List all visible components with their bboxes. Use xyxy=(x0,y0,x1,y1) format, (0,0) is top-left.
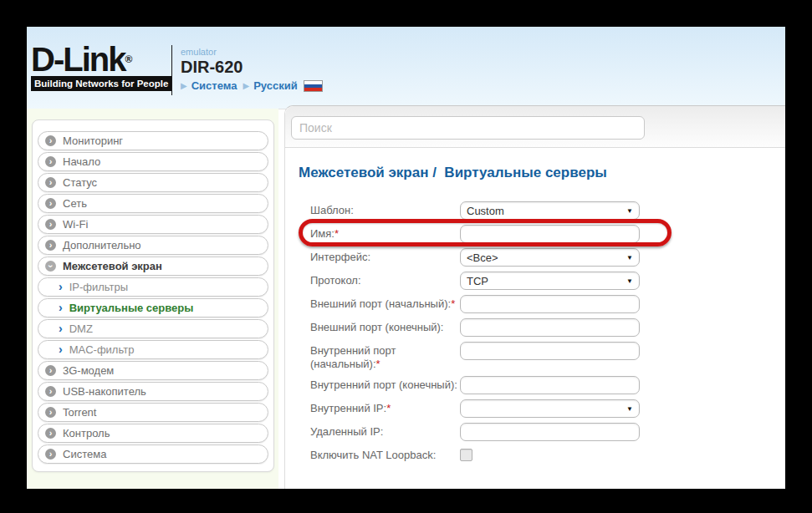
header: D-Link® Building Networks for People emu… xyxy=(27,27,785,109)
registered-mark: ® xyxy=(125,53,132,65)
name-input[interactable] xyxy=(460,225,640,243)
chevron-right-circle-icon: › xyxy=(45,198,56,209)
int-port-end-input[interactable] xyxy=(460,376,640,394)
sidebar-item-mac-filter[interactable]: ›MAC-фильтр xyxy=(38,340,268,359)
router-admin-window: D-Link® Building Networks for People emu… xyxy=(27,27,785,489)
sidebar-item-label: Начало xyxy=(63,155,100,168)
nat-loopback-checkbox[interactable] xyxy=(460,449,472,461)
field-label: Удаленный IP: xyxy=(310,423,460,439)
form-row-remote-ip: Удаленный IP: xyxy=(310,423,661,441)
chevron-right-circle-icon: › xyxy=(45,156,56,167)
chevron-right-circle-icon: › xyxy=(45,407,56,418)
ext-port-end-input[interactable] xyxy=(460,318,640,337)
sidebar-item-dmz[interactable]: ›DMZ xyxy=(38,319,268,338)
chevron-right-circle-icon: › xyxy=(45,219,56,230)
header-nav: ▶ Система ▶ Русский xyxy=(181,79,323,92)
field-label: Включить NAT Loopback: xyxy=(310,446,460,462)
sidebar-item-advanced[interactable]: ›Дополнительно xyxy=(38,236,268,255)
form-row-internal-ip: Внутренний IP:*▼ xyxy=(310,399,661,418)
sidebar-item-label: Дополнительно xyxy=(63,239,141,251)
sidebar-item-status[interactable]: ›Статус xyxy=(38,173,268,192)
sidebar-item-system[interactable]: ›Система xyxy=(38,444,268,464)
chevron-right-circle-icon: › xyxy=(45,449,56,460)
int-port-start-input[interactable] xyxy=(460,342,640,360)
dropdown-arrow-icon: ▼ xyxy=(626,405,633,413)
form-row-int-port-end: Внутренний порт (конечный): xyxy=(310,376,661,394)
sidebar-item-ip-filters[interactable]: ›IP-фильтры xyxy=(38,277,268,297)
chevron-right-icon: › xyxy=(59,323,63,334)
sidebar-item-control[interactable]: ›Контроль xyxy=(38,424,268,443)
chevron-right-icon: › xyxy=(59,302,63,313)
triangle-right-icon: ▶ xyxy=(243,81,249,90)
logo-text: D-Link® xyxy=(31,43,171,75)
sidebar-item-virtual-servers[interactable]: ›Виртуальные серверы xyxy=(38,298,268,317)
emulator-label: emulator xyxy=(181,47,323,57)
form-row-ext-port-end: Внешний порт (конечный): xyxy=(310,318,661,337)
logo-wordmark: D-Link xyxy=(31,41,125,78)
sidebar-item-firewall[interactable]: ›Межсетевой экран xyxy=(38,256,268,276)
sidebar-item-monitoring[interactable]: ›Мониторинг xyxy=(38,131,268,150)
chevron-down-circle-icon: › xyxy=(45,261,56,272)
sidebar-item-label: Wi-Fi xyxy=(63,218,88,231)
form-row-nat-loopback: Включить NAT Loopback: xyxy=(310,446,661,465)
field-label: Внешний порт (начальный):* xyxy=(310,295,460,311)
ext-port-start-input[interactable] xyxy=(460,295,640,313)
chevron-right-circle-icon: › xyxy=(45,365,56,376)
sidebar-item-wifi[interactable]: ›Wi-Fi xyxy=(38,215,268,234)
vs-form: Шаблон:Custom▼Имя:*Интерфейс:<Все>▼Прото… xyxy=(310,201,661,465)
sidebar-item-label: Мониторинг xyxy=(63,135,123,147)
sidebar-menu: ›Мониторинг›Начало›Статус›Сеть›Wi-Fi›Доп… xyxy=(32,119,274,472)
screen: D-Link® Building Networks for People emu… xyxy=(0,0,812,513)
sidebar-item-usb-storage[interactable]: ›USB-накопитель xyxy=(38,382,268,401)
field-label: Интерфейс: xyxy=(310,248,460,264)
field-label: Протокол: xyxy=(310,272,460,287)
field-label: Шаблон: xyxy=(310,201,460,217)
form-row-name: Имя:* xyxy=(310,225,661,243)
chevron-right-circle-icon: › xyxy=(45,177,56,188)
internal-ip-select[interactable]: ▼ xyxy=(460,399,640,418)
form-row-interface: Интерфейс:<Все>▼ xyxy=(310,248,661,267)
dropdown-arrow-icon: ▼ xyxy=(626,277,633,285)
sidebar-item-label: IP-фильтры xyxy=(69,281,128,293)
field-label: Внешний порт (конечный): xyxy=(310,318,460,334)
main-panel: Межсетевой экран / Виртуальные серверы Ш… xyxy=(284,105,785,489)
sidebar-item-label: 3G-модем xyxy=(63,364,114,377)
required-asterisk: * xyxy=(386,402,391,414)
sidebar-item-label: DMZ xyxy=(69,323,93,335)
template-select[interactable]: Custom▼ xyxy=(460,201,640,220)
sidebar-item-label: Виртуальные серверы xyxy=(69,302,194,314)
model-name: DIR-620 xyxy=(181,58,323,77)
remote-ip-input[interactable] xyxy=(460,423,640,441)
header-divider xyxy=(171,45,172,95)
field-label: Имя:* xyxy=(310,225,460,241)
sidebar-item-3g-modem[interactable]: ›3G-модем xyxy=(38,361,268,380)
chevron-right-circle-icon: › xyxy=(45,240,56,251)
search-bar xyxy=(285,106,785,148)
protocol-select[interactable]: TCP▼ xyxy=(460,272,640,290)
triangle-right-icon: ▶ xyxy=(181,81,187,90)
header-right: emulator DIR-620 ▶ Система ▶ Русский xyxy=(181,47,323,92)
chevron-right-circle-icon: › xyxy=(45,135,56,146)
sidebar-item-label: MAC-фильтр xyxy=(69,343,135,356)
select-value: TCP xyxy=(467,275,488,287)
field-label: Внутренний порт (конечный): xyxy=(310,376,460,392)
select-value: Custom xyxy=(467,205,504,217)
sidebar-item-label: Система xyxy=(63,448,106,460)
sidebar-item-label: Статус xyxy=(63,176,97,189)
select-value: <Все> xyxy=(467,251,498,264)
nav-link-system[interactable]: Система xyxy=(192,79,237,92)
nav-link-language[interactable]: Русский xyxy=(253,79,298,92)
sidebar-item-home[interactable]: ›Начало xyxy=(38,152,268,171)
sidebar-item-torrent[interactable]: ›Torrent xyxy=(38,403,268,422)
interface-select[interactable]: <Все>▼ xyxy=(460,248,640,267)
form-row-int-port-start: Внутренний порт (начальный):* xyxy=(310,342,661,371)
form-row-template: Шаблон:Custom▼ xyxy=(310,201,661,220)
sidebar-item-label: Контроль xyxy=(63,427,110,439)
dropdown-arrow-icon: ▼ xyxy=(626,254,633,262)
sidebar-item-network[interactable]: ›Сеть xyxy=(38,194,268,213)
search-input[interactable] xyxy=(291,116,645,140)
required-asterisk: * xyxy=(335,227,339,240)
required-asterisk: * xyxy=(451,297,455,310)
form-row-ext-port-start: Внешний порт (начальный):* xyxy=(310,295,661,313)
dropdown-arrow-icon: ▼ xyxy=(626,207,633,215)
